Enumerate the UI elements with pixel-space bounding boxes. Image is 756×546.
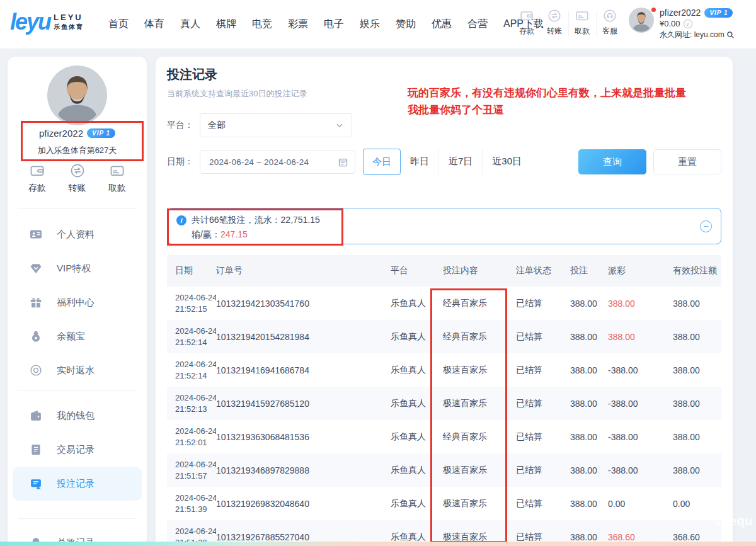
cell-order-number: 1013219363068481536 [216,432,391,442]
search-icon[interactable] [726,31,735,39]
date-quick-ranges: 今日昨日近7日近30日 [363,149,531,175]
cell-bet-content: 经典百家乐 [439,431,516,443]
sidebar-item-profile[interactable]: 个人资料 [8,217,147,251]
cell-valid-amount: 388.00 [655,432,721,442]
cell-date: 2024-06-2421:52:14 [167,326,216,348]
header-action-wallet[interactable]: 存款 [513,6,541,37]
nav-item-10[interactable]: 合营 [467,18,488,31]
username: pfizer2022 [660,8,701,18]
cell-bet-content: 经典百家乐 [439,331,516,343]
cell-platform: 乐鱼真人 [391,398,439,409]
sidebar-action-label: 转账 [62,183,93,194]
sidebar-item-vip[interactable]: VIP特权 [8,251,147,285]
range-button-2[interactable]: 近7日 [438,149,482,175]
nav-item-7[interactable]: 娱乐 [360,18,380,31]
table-header-row: 日期订单号平台投注内容注单状态投注派彩有效投注额 [167,255,721,287]
menu-group-0: 个人资料VIP特权福利中心余额宝实时返水 [8,217,147,387]
platform-filter-row: 平台： 全部 [167,113,352,137]
wallet-icon [29,162,45,179]
summary-loss-win: 输/赢：247.15 [192,229,248,241]
cell-payout: -388.00 [608,432,655,442]
sidebar-item-wallet2[interactable]: 我的钱包 [8,399,147,433]
red-annotation-text: 玩的百家乐，有没有违规你们心里有数，上来就是批量批量 我批量你妈了个丑逼 [408,84,730,118]
sidebar-item-label: 个人资料 [57,229,94,241]
cell-valid-amount: 388.00 [655,332,721,342]
sidebar-item-betrec[interactable]: 投注记录 [13,467,142,501]
sidebar-action-card[interactable]: 取款 [101,162,133,194]
cell-bet-content: 极速百家乐 [439,398,516,409]
cell-bet-content: 经典百家乐 [439,298,516,309]
card-icon [575,8,590,23]
cell-date: 2024-06-2421:52:13 [167,392,216,415]
menu-group-1: 我的钱包交易记录投注记录 [8,399,147,501]
cell-order-number: 1013219267885527040 [216,532,391,542]
column-header-7: 有效投注额 [655,265,721,276]
range-button-3[interactable]: 近30日 [482,149,531,175]
date-range-input[interactable]: 2024-06-24 ~ 2024-06-24 [200,150,355,174]
page-title: 投注记录 [167,66,217,83]
sidebar-action-transfer[interactable]: 转账 [62,162,93,194]
header-action-headset[interactable]: 客服 [596,6,624,37]
logo-wordmark: leyu [10,9,50,35]
nav-item-9[interactable]: 优惠 [432,18,452,31]
nav-item-8[interactable]: 赞助 [396,18,416,31]
nav-item-3[interactable]: 棋牌 [216,18,236,31]
column-header-3: 投注内容 [439,265,516,276]
nav-item-0[interactable]: 首页 [108,18,129,31]
cell-platform: 乐鱼真人 [391,365,439,376]
profile-avatar[interactable] [47,65,107,125]
vip-icon [29,261,43,275]
avatar-photo [47,65,107,125]
sidebar-item-gift[interactable]: 福利中心 [8,285,147,319]
refresh-balance-icon[interactable]: v [684,20,692,28]
nav-item-5[interactable]: 彩票 [288,18,308,31]
cell-status: 已结算 [516,431,570,443]
query-button[interactable]: 查询 [578,149,646,174]
cell-status: 已结算 [516,398,570,409]
sidebar-item-rebate[interactable]: 实时返水 [8,353,147,387]
header-action-transfer[interactable]: 转账 [541,6,568,37]
site-logo[interactable]: leyu LEYU 乐鱼体育 [10,9,84,35]
cell-order-number: 1013219421303541760 [216,299,391,309]
cell-bet-amount: 388.00 [570,465,608,475]
cell-payout: -388.00 [608,399,655,409]
cell-status: 已结算 [516,331,570,343]
sidebar-item-yuebao[interactable]: 余额宝 [8,319,147,353]
sidebar-quick-actions: 存款转账取款 [21,162,133,194]
collapse-icon[interactable]: − [700,220,712,232]
sidebar-item-label: VIP特权 [57,263,91,275]
cell-bet-content: 极速百家乐 [439,498,516,509]
betrec-icon [29,477,43,491]
gift-icon [29,295,43,309]
bottom-gradient-bar [0,542,756,546]
permanent-url: 永久网址: leyu.com [660,30,724,40]
transfer-icon [547,8,562,23]
range-button-1[interactable]: 昨日 [401,149,438,175]
main-nav: 首页体育真人棋牌电竞彩票电子娱乐赞助优惠合营APP下载 [108,0,544,48]
cell-status: 已结算 [516,465,570,476]
cell-bet-amount: 388.00 [570,499,608,509]
table-row: 2024-06-2421:52:151013219421303541760乐鱼真… [167,287,721,320]
sidebar-action-wallet[interactable]: 存款 [21,162,53,194]
cell-valid-amount: 388.00 [655,365,721,375]
sidebar-item-label: 福利中心 [57,297,94,309]
header-action-card[interactable]: 取款 [568,6,596,37]
profile-username: pfizer2022 [39,128,83,139]
sidebar-action-label: 存款 [21,183,53,194]
cell-platform: 乐鱼真人 [391,298,439,309]
range-button-0[interactable]: 今日 [363,149,401,175]
cell-payout: -388.00 [608,465,655,475]
cell-order-number: 1013219346897829888 [216,465,391,475]
nav-item-1[interactable]: 体育 [144,18,164,31]
reset-button[interactable]: 重置 [653,149,721,174]
nav-item-6[interactable]: 电子 [324,18,344,31]
cell-payout: 388.00 [608,332,655,342]
table-row: 2024-06-2421:52:131013219415927685120乐鱼真… [167,387,721,420]
nav-item-2[interactable]: 真人 [180,18,200,31]
table-row: 2024-06-2421:52:141013219416941686784乐鱼真… [167,353,721,387]
avatar[interactable] [629,8,654,33]
card-icon [109,162,125,179]
platform-select[interactable]: 全部 [200,113,352,137]
sidebar-item-book[interactable]: 交易记录 [8,433,147,467]
nav-item-4[interactable]: 电竞 [252,18,272,31]
